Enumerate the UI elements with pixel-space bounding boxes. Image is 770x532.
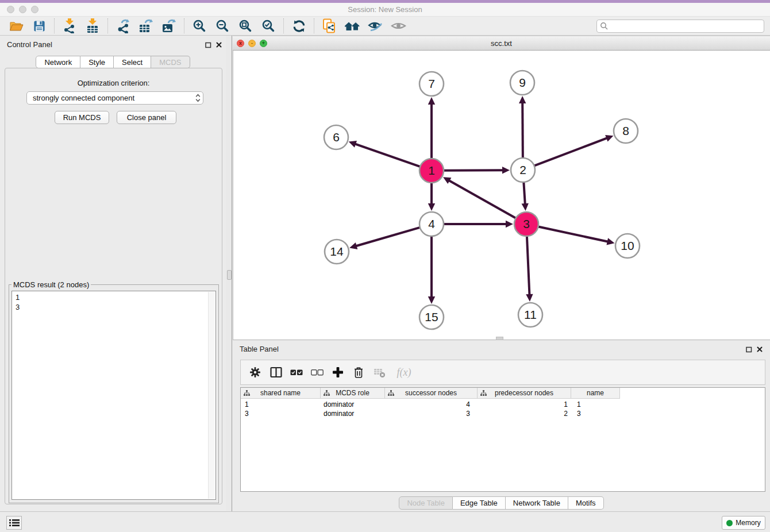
tab-style[interactable]: Style — [80, 56, 114, 68]
close-network-button[interactable]: x — [237, 40, 244, 47]
open-session-button[interactable] — [5, 17, 28, 34]
close-table-panel-button[interactable] — [756, 345, 764, 353]
zoom-in-icon — [192, 18, 207, 33]
graph-node-label: 2 — [519, 163, 526, 176]
cell-shared-name: 3 — [241, 409, 321, 418]
mcds-result-fieldset: MCDS result (2 nodes) 1 3 — [9, 284, 219, 503]
search-input[interactable] — [596, 20, 764, 33]
table-panel-header: Table Panel — [233, 344, 770, 356]
memory-button[interactable]: Memory — [722, 516, 765, 530]
toolbar-separator — [314, 18, 314, 33]
column-header-shared-name[interactable]: shared name — [241, 388, 321, 399]
minimize-network-button[interactable]: - — [248, 40, 256, 47]
close-panel-button[interactable]: Close panel — [117, 111, 176, 124]
network-canvas[interactable]: 7968124314101511 — [233, 51, 770, 340]
show-columns-button[interactable] — [267, 363, 284, 381]
edge-1-6[interactable] — [354, 144, 421, 167]
toolbar-separator — [184, 18, 184, 33]
tab-motifs[interactable]: Motifs — [568, 496, 604, 510]
vertical-splitter-handle[interactable] — [227, 270, 232, 280]
delete-row-button[interactable] — [350, 363, 367, 381]
edge-1-2[interactable] — [443, 170, 504, 171]
deselect-all-check-button[interactable] — [309, 363, 326, 381]
column-header-name[interactable]: name — [571, 388, 620, 399]
edge-3-1[interactable] — [448, 180, 517, 218]
open-folder-icon — [9, 19, 24, 33]
edge-3-11[interactable] — [527, 236, 530, 296]
column-header-predecessor-nodes[interactable]: predecessor nodes — [478, 388, 571, 399]
zoom-selected-button[interactable] — [257, 17, 280, 34]
clone-network-button[interactable] — [318, 17, 341, 34]
tab-network[interactable]: Network — [36, 56, 80, 68]
show-all-button[interactable] — [387, 17, 410, 34]
table-row[interactable]: 3 dominator 3 2 3 — [241, 409, 765, 418]
zoom-fit-button[interactable] — [234, 17, 257, 34]
mcds-result-node: 1 — [12, 291, 215, 302]
search-icon — [600, 22, 609, 30]
criterion-dropdown[interactable]: strongly connected component — [26, 91, 203, 105]
save-session-button[interactable] — [28, 17, 51, 34]
float-panel-button[interactable] — [204, 41, 212, 49]
table-panel-tabs: Node Table Edge Table Network Table Moti… — [233, 496, 770, 510]
tab-select[interactable]: Select — [114, 56, 151, 68]
result-scrollbar-track[interactable] — [208, 292, 215, 499]
edge-arrowhead — [428, 296, 435, 304]
zoom-in-button[interactable] — [188, 17, 211, 34]
import-table-button[interactable] — [81, 17, 104, 34]
main-toolbar — [0, 16, 770, 36]
edge-arrowhead — [349, 242, 357, 249]
table-options-button[interactable] — [247, 363, 264, 381]
hide-selected-button[interactable] — [364, 17, 387, 34]
control-panel-header: Control Panel — [0, 39, 226, 52]
edge-3-10[interactable] — [538, 226, 609, 242]
node-table[interactable]: shared name MCDS role successor nodes pr… — [240, 387, 765, 492]
export-image-button[interactable] — [157, 17, 180, 34]
fx-icon: f(x) — [397, 367, 411, 379]
delete-table-button[interactable] — [371, 363, 388, 381]
column-header-successor-nodes[interactable]: successor nodes — [385, 388, 478, 399]
edge-2-3[interactable] — [523, 182, 525, 205]
export-table-button[interactable] — [134, 17, 157, 34]
main-titlebar: Session: New Session — [0, 3, 770, 16]
delete-table-icon — [374, 367, 386, 378]
zoom-out-button[interactable] — [211, 17, 234, 34]
function-builder-button[interactable]: f(x) — [391, 363, 417, 381]
table-row[interactable]: 1 dominator 4 1 1 — [241, 400, 765, 409]
network-graph: 7968124314101511 — [233, 51, 770, 340]
select-all-check-button[interactable] — [288, 363, 305, 381]
maximize-network-button[interactable]: + — [260, 40, 267, 47]
import-network-button[interactable] — [58, 17, 81, 34]
criterion-value: strongly connected component — [33, 94, 195, 102]
edge-4-14[interactable] — [355, 228, 421, 246]
trash-icon — [353, 366, 364, 379]
network-window-titlebar[interactable]: x - + scc.txt — [233, 36, 770, 51]
edge-2-8[interactable] — [534, 138, 608, 166]
horizontal-splitter-handle[interactable] — [496, 337, 503, 340]
tab-edge-table[interactable]: Edge Table — [453, 496, 506, 510]
export-image-icon — [161, 18, 176, 33]
chevron-up-down-icon — [195, 94, 201, 102]
vertical-splitter — [232, 36, 232, 511]
first-neighbors-button[interactable] — [341, 17, 364, 34]
add-row-button[interactable] — [329, 363, 346, 381]
column-header-mcds-role[interactable]: MCDS role — [321, 388, 385, 399]
export-network-button[interactable] — [111, 17, 134, 34]
tab-mcds[interactable]: MCDS — [151, 56, 190, 68]
close-icon — [757, 346, 763, 352]
hierarchy-icon — [244, 390, 250, 396]
tab-node-table[interactable]: Node Table — [399, 496, 453, 510]
run-mcds-button[interactable]: Run MCDS — [55, 111, 109, 124]
edge-arrowhead — [519, 96, 526, 103]
edge-2-9[interactable] — [522, 102, 523, 159]
tab-network-table[interactable]: Network Table — [506, 496, 568, 510]
mcds-result-list[interactable]: 1 3 — [11, 291, 216, 500]
apply-layout-button[interactable] — [287, 17, 310, 34]
control-panel: Control Panel Network Style Select MCDS … — [0, 36, 226, 511]
float-table-panel-button[interactable] — [745, 345, 753, 353]
show-panels-button[interactable] — [6, 516, 22, 530]
gear-icon — [249, 367, 261, 378]
graph-node-label: 7 — [428, 77, 435, 90]
edge-arrowhead — [502, 167, 510, 174]
close-panel-icon-button[interactable] — [215, 41, 223, 49]
export-table-icon — [138, 18, 153, 33]
